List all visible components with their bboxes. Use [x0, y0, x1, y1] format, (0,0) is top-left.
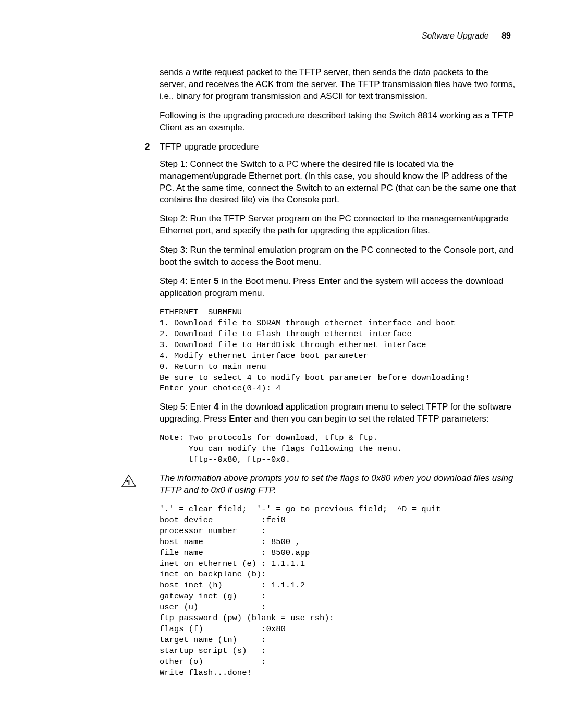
step-5-bold-2: Enter: [229, 414, 251, 424]
step-5-post: and then you can begin to set the relate…: [252, 414, 489, 424]
list-item-2: 2 TFTP upgrade procedure: [160, 141, 516, 153]
code-block-boot-params: '.' = clear field; '-' = go to previous …: [160, 504, 516, 678]
svg-point-0: [126, 480, 128, 482]
list-item-title: TFTP upgrade procedure: [160, 142, 259, 152]
header-section: Software Upgrade: [422, 31, 489, 40]
code-block-ethernet-submenu: ETHERNET SUBMENU 1. Download file to SDR…: [160, 307, 516, 394]
list-item-number: 2: [145, 141, 150, 153]
svg-rect-1: [129, 480, 130, 485]
step-4-mid: in the Boot menu. Press: [218, 276, 318, 286]
step-2: Step 2: Run the TFTP Server program on t…: [160, 213, 516, 237]
page-header: Software Upgrade 89: [47, 31, 516, 41]
info-note-text: The information above prompts you to set…: [160, 473, 513, 495]
info-icon: [121, 474, 137, 487]
step-5: Step 5: Enter 4 in the download applicat…: [160, 401, 516, 425]
paragraph-intro-1: sends a write request packet to the TFTP…: [160, 67, 516, 103]
paragraph-intro-2: Following is the upgrading procedure des…: [160, 110, 516, 134]
code-block-note-protocols: Note: Two protocols for download, tftp &…: [160, 433, 516, 465]
page-content: sends a write request packet to the TFTP…: [160, 67, 516, 678]
info-note: The information above prompts you to set…: [160, 473, 516, 497]
step-4-bold-2: Enter: [318, 276, 340, 286]
step-1: Step 1: Connect the Switch to a PC where…: [160, 158, 516, 206]
step-5-pre: Step 5: Enter: [160, 402, 214, 412]
step-3: Step 3: Run the terminal emulation progr…: [160, 244, 516, 268]
step-4: Step 4: Enter 5 in the Boot menu. Press …: [160, 276, 516, 300]
header-page-number: 89: [501, 31, 511, 40]
step-4-pre: Step 4: Enter: [160, 276, 214, 286]
step-5-bold-1: 4: [214, 402, 218, 412]
step-4-bold-1: 5: [214, 276, 218, 286]
